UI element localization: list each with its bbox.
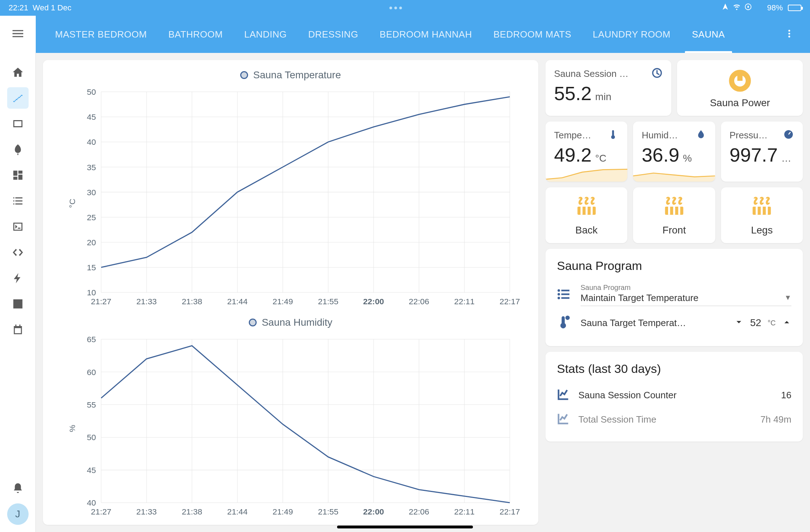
sauna-power-button[interactable]: Sauna Power [677,60,803,116]
stat-row[interactable]: Sauna Session Counter 16 [557,383,791,407]
sidebar-list[interactable] [7,190,29,212]
svg-text:20: 20 [87,238,96,247]
chart-line-icon [557,412,570,427]
sidebar-notifications[interactable] [7,478,29,499]
svg-text:21:44: 21:44 [227,297,247,306]
tab-bathroom[interactable]: BATHROOM [158,16,233,53]
sidebar-floor[interactable] [7,87,29,109]
stats-panel: Stats (last 30 days) Sauna Session Count… [545,352,803,442]
tab-bedroom-mats[interactable]: BEDROOM MATS [483,16,582,53]
svg-text:21:27: 21:27 [91,297,111,306]
svg-text:22:06: 22:06 [409,507,429,517]
tab-sauna[interactable]: SAUNA [681,16,736,53]
svg-text:21:55: 21:55 [318,507,338,517]
svg-rect-87 [678,207,680,215]
svg-text:21:33: 21:33 [136,507,157,517]
session-value: 55.2 [554,82,592,104]
svg-text:60: 60 [87,368,96,377]
radiator-icon [574,194,599,220]
pressure-card[interactable]: Pressu… 997.7… [721,122,803,182]
status-bar: 22:21 Wed 1 Dec ••• 98% [0,0,810,16]
svg-point-94 [558,297,560,299]
svg-rect-86 [673,207,675,215]
svg-text:50: 50 [87,433,96,442]
sidebar-energy[interactable] [7,267,29,289]
power-icon [727,67,752,94]
humidity-card[interactable]: Humid… 36.9% [633,122,715,182]
hamburger-button[interactable] [0,16,36,53]
chart-temperature[interactable]: °C 21:2721:3321:3821:4421:4921:5522:0022… [54,84,528,315]
tab-master-bedroom[interactable]: MASTER BEDROOM [44,16,158,53]
tab-landing[interactable]: LANDING [233,16,297,53]
sidebar-outdoor[interactable] [7,139,29,160]
svg-text:22:17: 22:17 [500,507,520,517]
sidebar-tablet[interactable] [7,113,29,134]
sidebar-terminal[interactable] [7,216,29,237]
svg-text:25: 25 [87,213,96,222]
svg-text:65: 65 [87,335,96,344]
thermometer-target-icon [557,315,572,331]
location-icon [721,3,729,13]
home-indicator[interactable] [337,526,473,528]
svg-text:35: 35 [87,163,96,172]
svg-rect-81 [581,207,583,215]
stat-row[interactable]: Total Session Time 7h 49m [557,407,791,432]
svg-rect-83 [591,207,593,215]
svg-text:21:49: 21:49 [272,507,293,517]
session-unit: min [595,91,611,103]
svg-text:21:44: 21:44 [227,507,247,517]
svg-text:55: 55 [87,400,96,409]
temperature-card[interactable]: Tempe… 49.2°C [545,122,627,182]
sidebar-calendar[interactable] [7,319,29,340]
radiator-icon [750,194,774,220]
tab-bedroom-hannah[interactable]: BEDROOM HANNAH [369,16,483,53]
stats-title: Stats (last 30 days) [557,362,791,376]
svg-point-2 [788,33,790,34]
status-icons: 98% [721,3,801,13]
list-icon [557,287,572,303]
sidebar-home[interactable] [7,61,29,83]
user-avatar[interactable]: J [7,503,29,525]
overflow-menu-button[interactable] [777,28,801,41]
svg-text:30: 30 [87,188,96,197]
heater-front-button[interactable]: Front [633,187,715,243]
program-panel: Sauna Program Sauna Program Maintain Tar… [545,249,803,346]
tab-bar: MASTER BEDROOM BATHROOM LANDING DRESSING… [36,16,810,53]
heater-legs-button[interactable]: Legs [721,187,803,243]
svg-text:50: 50 [87,87,96,97]
decrement-button[interactable] [734,317,744,328]
sidebar-stats[interactable] [7,293,29,315]
svg-text:22:11: 22:11 [454,297,475,306]
svg-text:45: 45 [87,112,96,122]
svg-text:40: 40 [87,498,96,508]
battery-icon [788,5,801,11]
svg-point-92 [558,289,560,291]
svg-point-93 [558,293,560,295]
thermometer-icon [607,129,619,142]
increment-button[interactable] [782,317,791,328]
sidebar-dashboard[interactable] [7,164,29,186]
tab-dressing[interactable]: DRESSING [297,16,369,53]
svg-text:22:06: 22:06 [409,297,429,306]
chart-panel: Sauna Temperature °C 21:2721:3321:3821:4… [43,60,538,525]
svg-point-95 [566,316,570,320]
chart-humid-title: Sauna Humidity [54,317,528,328]
svg-rect-85 [668,207,670,215]
svg-text:40: 40 [87,137,96,147]
svg-text:21:49: 21:49 [272,297,293,306]
session-title: Sauna Session … [554,68,628,79]
sidebar: J [0,53,36,532]
chart-humidity[interactable]: % 21:2721:3321:3821:4421:4921:5522:0022:… [54,332,528,518]
svg-text:°C: °C [68,199,77,208]
svg-text:21:38: 21:38 [182,507,202,517]
program-title: Sauna Program [557,259,791,273]
session-duration-card[interactable]: Sauna Session … 55.2 min [545,60,671,116]
svg-text:45: 45 [87,466,96,475]
tab-laundry-room[interactable]: LAUNDRY ROOM [582,16,681,53]
chevron-down-icon: ▼ [784,294,791,302]
target-label: Sauna Target Temperat… [581,317,726,329]
svg-text:22:00: 22:00 [363,297,384,306]
sidebar-code[interactable] [7,242,29,263]
program-select[interactable]: Sauna Program Maintain Target Temperatur… [581,284,791,306]
heater-back-button[interactable]: Back [545,187,627,243]
